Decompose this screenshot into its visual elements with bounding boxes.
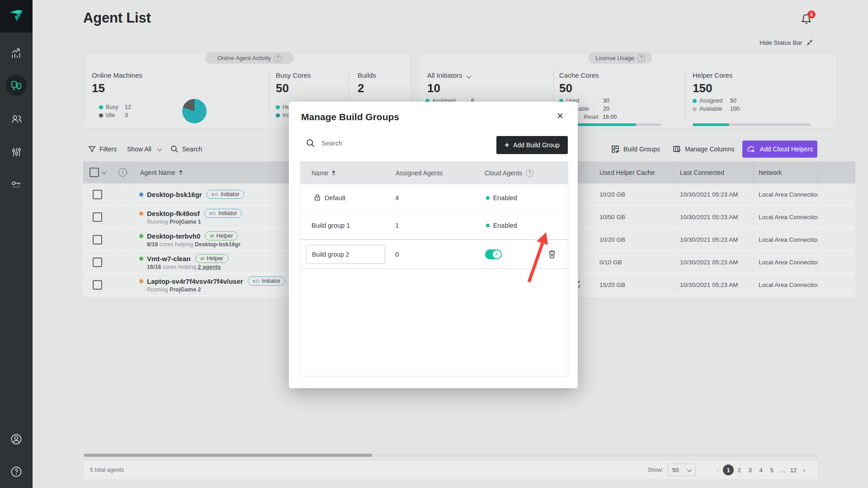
page-button-3[interactable]: 3: [745, 465, 755, 475]
agent-name: Desktop-bsk16gr: [147, 191, 202, 198]
legend-label: Available: [699, 106, 730, 112]
helper-cores-value: 150: [693, 81, 712, 95]
help-button[interactable]: [0, 462, 33, 482]
legend-value: 50: [730, 98, 736, 104]
page-button-2[interactable]: 2: [734, 465, 745, 475]
build-group-row[interactable]: Build group 11Enabled: [301, 212, 568, 239]
network-value: Local Area Connection: [759, 236, 818, 243]
build-group-row[interactable]: Default4Enabled: [301, 184, 568, 212]
initiator-badge: ≡✩Initiator: [204, 209, 242, 218]
modal-search[interactable]: [306, 139, 435, 148]
help-circle-icon[interactable]: ?: [637, 54, 645, 62]
pagination-ellipsis: …: [777, 465, 788, 475]
sort-icon[interactable]: [179, 170, 183, 175]
page-button-12[interactable]: 12: [788, 465, 799, 475]
sidebar-item-licenses[interactable]: [0, 174, 33, 194]
show-all-dropdown[interactable]: Show All: [127, 144, 161, 155]
horizontal-scrollbar-thumb[interactable]: [84, 454, 372, 457]
help-circle-icon[interactable]: ?: [526, 169, 533, 177]
row-checkbox[interactable]: [93, 235, 102, 244]
sidebar-item-users[interactable]: [0, 109, 33, 129]
select-all-cell: [83, 161, 112, 183]
page-button-4[interactable]: 4: [755, 465, 766, 475]
license-tab-label: License Usage: [595, 55, 634, 61]
name-column-header[interactable]: Name: [301, 169, 396, 177]
row-alert-cell: [112, 251, 134, 273]
last-connected-column-header[interactable]: Last Connected: [675, 161, 754, 183]
chevron-down-icon[interactable]: [101, 169, 106, 174]
network-cell: Local Area Connection: [754, 229, 818, 250]
close-icon[interactable]: ✕: [557, 111, 564, 121]
row-checkbox[interactable]: [93, 190, 102, 199]
last-connected-cell: 10/30/2021 05:23 AM: [675, 229, 754, 250]
machines-pie-chart: [182, 99, 207, 123]
helper-cores-progress-fill: [693, 123, 729, 126]
sidebar-item-dashboard[interactable]: [0, 43, 33, 63]
show-all-label: Show All: [127, 145, 151, 153]
subtext-segment: 8/16: [147, 241, 158, 248]
page-button-1[interactable]: 1: [723, 465, 734, 475]
sort-icon[interactable]: [332, 170, 335, 176]
next-page-button[interactable]: ›: [799, 465, 810, 475]
row-checkbox[interactable]: [93, 280, 102, 290]
helper-cores-progress-bar: [693, 123, 811, 126]
manage-columns-button[interactable]: Manage Columns: [673, 144, 735, 155]
last-connected-cell: 10/30/2021 05:23 AM: [675, 251, 754, 273]
cloud-agents-cell: ✓: [484, 249, 538, 259]
initiator-badge: ≡✩Initiator: [248, 277, 286, 286]
hide-status-bar-button[interactable]: Hide Status Bar: [760, 39, 813, 46]
add-cloud-helpers-button[interactable]: Add Cloud Helpers: [742, 141, 817, 158]
modal-search-input[interactable]: [321, 139, 435, 147]
filters-button[interactable]: Filters: [88, 144, 117, 155]
cloud-agents-column-header: Cloud Agents ?: [485, 169, 538, 177]
build-group-name-input[interactable]: [306, 245, 385, 264]
assigned-agents-cell: 4: [395, 194, 484, 202]
agent-name-header-label: Agent Name: [134, 169, 175, 176]
network-cell: Local Area Connection: [754, 251, 818, 273]
page-button-5[interactable]: 5: [766, 465, 777, 475]
used-helper-cache-cell: 0/10 GB: [594, 251, 675, 273]
cloud-agents-toggle[interactable]: ✓: [485, 249, 502, 259]
page-size-select[interactable]: 50: [668, 464, 696, 476]
show-label: Show:: [647, 467, 663, 473]
build-groups-button[interactable]: Build Groups: [611, 144, 660, 155]
add-build-group-label: Add Build Group: [513, 141, 560, 149]
page-title: Agent List: [83, 10, 151, 26]
chevron-down-icon: [466, 73, 471, 78]
table-search[interactable]: Search: [170, 144, 202, 155]
row-select-cell: [83, 251, 112, 273]
sidebar-item-agents[interactable]: [6, 75, 27, 96]
spacer-cell: [818, 229, 855, 250]
row-checkbox[interactable]: [93, 212, 102, 222]
row-checkbox[interactable]: [93, 258, 102, 267]
activity-card-tab[interactable]: Online Agent Activity ?: [205, 52, 294, 64]
help-circle-icon[interactable]: ?: [274, 54, 282, 62]
all-initiators-label: All Initiators: [427, 71, 462, 79]
search-icon: [170, 145, 179, 153]
agents-icon: [10, 80, 22, 91]
profile-button[interactable]: [0, 429, 33, 449]
cloud-plus-icon: [747, 145, 756, 153]
sidebar-item-settings[interactable]: [0, 142, 33, 162]
initiator-badge-icon: ≡✩: [209, 211, 217, 216]
previous-page-button[interactable]: ‹: [712, 465, 723, 475]
users-icon: [10, 113, 23, 125]
build-groups-icon: [611, 145, 620, 154]
all-initiators-dropdown[interactable]: All Initiators: [427, 71, 471, 79]
notifications-button[interactable]: 2: [800, 13, 816, 28]
app-logo[interactable]: [0, 0, 33, 33]
row-alert-cell: [112, 183, 134, 205]
alert-circle-icon[interactable]: !: [118, 168, 127, 177]
delete-icon[interactable]: [547, 249, 557, 259]
add-build-group-button[interactable]: + Add Build Group: [496, 136, 568, 154]
used-helper-cache-column-header[interactable]: Used Helper Cache: [594, 161, 675, 183]
license-card-tab[interactable]: License Usage ?: [588, 52, 652, 64]
spacer-cell: [818, 161, 855, 183]
legend-value: 20: [603, 106, 609, 112]
online-machines-label: Online Machines: [92, 71, 142, 79]
build-group-row[interactable]: 0✓: [301, 239, 568, 269]
network-column-header[interactable]: Network: [754, 161, 818, 183]
select-all-checkbox[interactable]: [90, 168, 99, 177]
agent-name: Desktop-fk49osf: [147, 210, 200, 217]
agent-name: Desktop-terbvh0: [147, 232, 200, 240]
